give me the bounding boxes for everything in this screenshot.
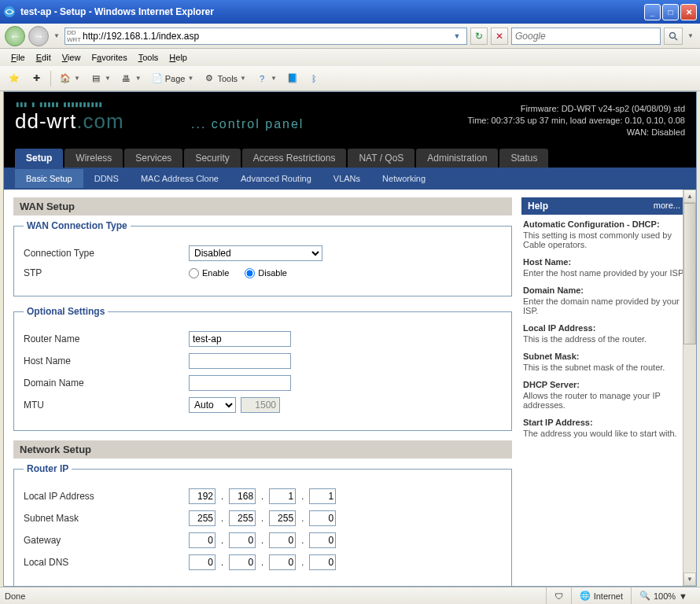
svg-line-2 [675,38,677,40]
menu-favorites[interactable]: Favorites [87,51,131,64]
local-ip-1[interactable] [189,488,216,504]
ddwrt-header: ▮▮▮ ▮ ▮▮▮▮▮ ▮▮▮▮▮▮▮▮▮▮ dd-wrt.com ... co… [4,92,696,147]
local-ip-3[interactable] [269,488,296,504]
subnet-3[interactable] [269,510,296,526]
maximize-button[interactable]: □ [662,4,679,20]
search-button[interactable] [664,28,683,45]
url-dropdown[interactable]: ▼ [451,32,463,40]
page-menu[interactable]: 📄Page▼ [148,71,197,87]
gateway-3[interactable] [269,532,296,548]
tab-wireless[interactable]: Wireless [64,149,123,168]
back-button[interactable]: ← [5,26,25,46]
add-favorite-icon[interactable]: ✚ [27,71,46,87]
subtab-mac-clone[interactable]: MAC Address Clone [130,169,230,188]
minimize-button[interactable]: _ [644,4,661,20]
router-ip-fieldset: Router IP Local IP Address . . . Subnet … [13,463,512,586]
status-zone[interactable]: 🌐 Internet [571,587,631,604]
forward-button[interactable]: → [28,26,49,46]
search-bar[interactable] [511,28,661,45]
wan-line: WAN: Disabled [467,127,685,138]
help-desc: Enter the host name provided by your ISP… [523,268,685,278]
time-line: Time: 00:37:35 up 37 min, load average: … [467,115,685,127]
svg-point-1 [670,32,676,38]
gateway-1[interactable] [189,532,216,548]
menu-tools[interactable]: Tools [134,51,164,64]
print-icon[interactable]: 🖶▼ [117,71,145,87]
help-desc: This is the address of the router. [523,334,685,344]
stp-label: STP [24,267,189,278]
subtab-networking[interactable]: Networking [371,169,437,188]
search-input[interactable] [515,31,657,42]
local-dns-2[interactable] [229,554,256,570]
menu-view[interactable]: View [57,51,86,64]
tab-setup[interactable]: Setup [15,149,63,168]
gateway-label: Gateway [24,535,189,546]
gateway-4[interactable] [309,532,336,548]
address-bar[interactable]: DDWRT ▼ [64,28,467,45]
scroll-up-button[interactable]: ▲ [683,190,696,203]
router-ip-legend: Router IP [24,463,72,474]
subtab-basic-setup[interactable]: Basic Setup [15,169,83,188]
connection-type-select[interactable]: Disabled [189,245,322,261]
help-term: Start IP Address: [523,418,685,427]
window-titlebar: test-ap - Setup - Windows Internet Explo… [0,0,700,24]
menu-help[interactable]: Help [164,51,192,64]
scroll-down-button[interactable]: ▼ [683,573,696,586]
close-button[interactable]: ✕ [680,4,697,20]
research-icon[interactable]: 📘 [283,71,302,87]
scroll-thumb[interactable] [683,203,696,344]
tab-security[interactable]: Security [184,149,240,168]
host-name-label: Host Name [24,355,189,366]
tab-nat-qos[interactable]: NAT / QoS [348,149,414,168]
gateway-2[interactable] [229,532,256,548]
window-title: test-ap - Setup - Windows Internet Explo… [20,6,644,17]
status-text: Done [5,591,25,601]
subnet-1[interactable] [189,510,216,526]
domain-name-input[interactable] [189,375,291,391]
host-name-input[interactable] [189,353,291,369]
subnet-4[interactable] [309,510,336,526]
menu-edit[interactable]: Edit [31,51,56,64]
local-ip-4[interactable] [309,488,336,504]
home-icon[interactable]: 🏠▼ [56,71,83,87]
help-more-link[interactable]: more... [654,201,680,212]
main-tabs: Setup Wireless Services Security Access … [4,147,696,168]
ddwrt-logo: dd-wrt.com [15,109,124,134]
stp-enable-radio[interactable]: Enable [189,268,229,278]
help-body: Automatic Configuration - DHCP:This sett… [521,215,687,443]
subtab-advanced-routing[interactable]: Advanced Routing [230,169,322,188]
stp-disable-radio[interactable]: Disable [245,268,287,278]
feeds-icon[interactable]: ▤▼ [87,71,114,87]
tab-administration[interactable]: Administration [416,149,498,168]
subnet-2[interactable] [229,510,256,526]
local-ip-2[interactable] [229,488,256,504]
url-input[interactable] [83,31,451,42]
settings-column: WAN Setup WAN Connection Type Connection… [13,197,512,578]
subnet-label: Subnet Mask [24,513,189,524]
status-zoom[interactable]: 🔍 100% ▼ [631,587,695,604]
menu-file[interactable]: File [6,51,30,64]
tools-menu[interactable]: ⚙Tools▼ [200,71,249,87]
refresh-button[interactable]: ↻ [470,28,488,45]
local-dns-4[interactable] [309,554,336,570]
local-dns-1[interactable] [189,554,216,570]
help-title: Help [528,201,548,212]
firmware-info: Firmware: DD-WRT v24-sp2 (04/08/09) std … [467,103,685,138]
local-dns-3[interactable] [269,554,296,570]
subtab-ddns[interactable]: DDNS [83,169,130,188]
nav-history-dropdown[interactable]: ▼ [52,26,61,46]
search-dropdown[interactable]: ▼ [686,26,695,46]
router-name-input[interactable] [189,331,291,347]
stop-button[interactable]: ✕ [491,28,508,45]
help-column: Help more... Automatic Configuration - D… [521,197,687,578]
tab-services[interactable]: Services [124,149,182,168]
mtu-mode-select[interactable]: Auto [189,397,236,413]
subtab-vlans[interactable]: VLANs [322,169,371,188]
favorites-star-icon[interactable]: ⭐ [5,71,24,87]
vertical-scrollbar[interactable]: ▲ ▼ [683,190,696,586]
help-desc: The address you would like to start with… [523,429,685,438]
help-icon[interactable]: ?▼ [252,71,280,87]
bluetooth-icon[interactable]: ᛒ [305,71,324,87]
tab-access-restrictions[interactable]: Access Restrictions [242,149,347,168]
tab-status[interactable]: Status [499,149,548,168]
